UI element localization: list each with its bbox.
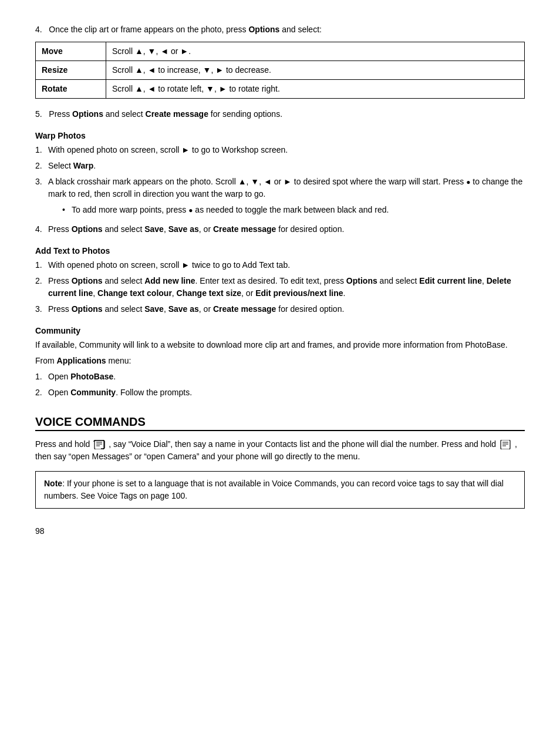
warp-step-3: 3. A black crosshair mark appears on the…	[35, 176, 525, 220]
community-step-2: 2. Open Community. Follow the prompts.	[35, 386, 525, 399]
page-number: 98	[35, 526, 525, 536]
step-5-bold1: Options	[72, 109, 103, 119]
step-5-text1: Press	[49, 109, 72, 119]
warp-step-1: 1. With opened photo on screen, scroll t…	[35, 144, 525, 156]
community-heading: Community	[35, 326, 525, 335]
step-4-text-after: and select:	[279, 25, 322, 34]
warp-step-2-num: 2.	[35, 160, 48, 172]
warp-step-4-num: 4.	[35, 223, 48, 236]
svg-rect-0	[94, 441, 104, 449]
add-text-step-3: 3. Press Options and select Save, Save a…	[35, 303, 525, 315]
community-para2: From Applications menu:	[35, 355, 525, 367]
add-text-step-1-text: With opened photo on screen, scroll twic…	[48, 259, 290, 271]
warp-step-3-num: 3.	[35, 176, 48, 220]
table-row-move: Move Scroll , , or .	[36, 42, 525, 61]
phone-icon-2	[500, 440, 511, 449]
warp-step-1-text: With opened photo on screen, scroll to g…	[48, 144, 288, 156]
community-list: 1. Open PhotoBase. 2. Open Community. Fo…	[35, 371, 525, 399]
community-step-1-text: Open PhotoBase.	[48, 371, 116, 383]
voice-commands-heading: VOICE COMMANDS	[35, 415, 525, 431]
warp-step-2-text: Select Warp.	[48, 160, 96, 172]
intro-step-4: 4. Once the clip art or frame appears on…	[35, 23, 525, 36]
community-section: Community If available, Community will l…	[35, 326, 525, 399]
warp-photos-heading: Warp Photos	[35, 131, 525, 140]
phone-icon-1	[93, 440, 105, 449]
table-cell-move-label: Move	[36, 42, 106, 61]
table-row-rotate: Rotate Scroll , to rotate left, , to rot…	[36, 80, 525, 99]
warp-step-4-text: Press Options and select Save, Save as, …	[48, 223, 344, 236]
step-5-bold2: Create message	[146, 109, 208, 119]
warp-step-2: 2. Select Warp.	[35, 160, 525, 172]
warp-bullet-1-text: To add more warp points, press as needed…	[72, 204, 389, 216]
voice-commands-para: Press and hold , say “Voice Dial”, then …	[35, 438, 525, 463]
step-4-number: 4.	[35, 25, 42, 34]
add-text-step-3-text: Press Options and select Save, Save as, …	[48, 303, 344, 315]
note-text: : If your phone is set to a language tha…	[44, 479, 504, 500]
warp-bullet-1: • To add more warp points, press as need…	[62, 204, 525, 216]
add-text-step-1-num: 1.	[35, 259, 48, 271]
warp-bullet-list: • To add more warp points, press as need…	[62, 204, 525, 216]
step-4-bold: Options	[248, 25, 279, 34]
step-5: 5. Press Options and select Create messa…	[35, 108, 525, 120]
community-step-1-num: 1.	[35, 371, 48, 383]
add-text-list: 1. With opened photo on screen, scroll t…	[35, 259, 525, 315]
step-5-text3: for sending options.	[208, 109, 282, 119]
community-para1: If available, Community will link to a w…	[35, 339, 525, 351]
table-row-resize: Resize Scroll , to increase, , to decrea…	[36, 61, 525, 80]
options-table: Move Scroll , , or . Resize Scroll , to …	[35, 42, 525, 99]
add-text-section: Add Text to Photos 1. With opened photo …	[35, 246, 525, 315]
warp-photos-list: 1. With opened photo on screen, scroll t…	[35, 144, 525, 236]
warp-step-1-num: 1.	[35, 144, 48, 156]
bullet-dot: •	[62, 204, 72, 216]
applications-bold: Applications	[57, 356, 106, 365]
add-text-step-3-num: 3.	[35, 303, 48, 315]
table-cell-resize-value: Scroll , to increase, , to decrease.	[106, 61, 525, 80]
add-text-step-2: 2. Press Options and select Add new line…	[35, 275, 525, 300]
community-step-2-text: Open Community. Follow the prompts.	[48, 386, 192, 399]
add-text-heading: Add Text to Photos	[35, 246, 525, 255]
table-cell-rotate-label: Rotate	[36, 80, 106, 99]
table-cell-move-value: Scroll , , or .	[106, 42, 525, 61]
step-5-text2: and select	[103, 109, 146, 119]
step-4-text-before: Once the clip art or frame appears on th…	[49, 25, 248, 34]
note-label: Note	[44, 479, 62, 488]
warp-photos-section: Warp Photos 1. With opened photo on scre…	[35, 131, 525, 236]
warp-step-4: 4. Press Options and select Save, Save a…	[35, 223, 525, 236]
step-5-number: 5.	[35, 109, 42, 119]
add-text-step-1: 1. With opened photo on screen, scroll t…	[35, 259, 525, 271]
table-cell-resize-label: Resize	[36, 61, 106, 80]
voice-commands-section: VOICE COMMANDS Press and hold , say “Voi…	[35, 415, 525, 509]
community-step-1: 1. Open PhotoBase.	[35, 371, 525, 383]
add-text-step-2-num: 2.	[35, 275, 48, 300]
warp-step-3-content: A black crosshair mark appears on the ph…	[48, 176, 525, 220]
table-cell-rotate-value: Scroll , to rotate left, , to rotate rig…	[106, 80, 525, 99]
community-step-2-num: 2.	[35, 386, 48, 399]
note-box: Note: If your phone is set to a language…	[35, 471, 525, 509]
add-text-step-2-text: Press Options and select Add new line. E…	[48, 275, 525, 300]
